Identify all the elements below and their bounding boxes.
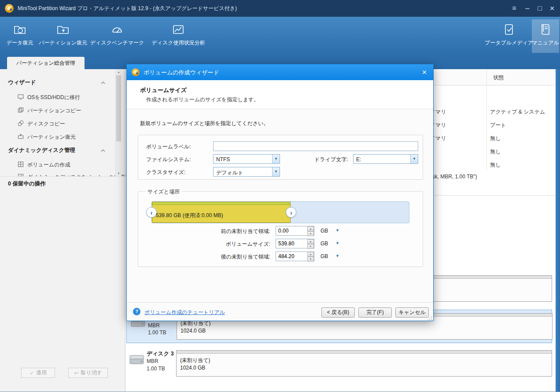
apply-button-label: 適用: [36, 369, 47, 377]
disk-row[interactable]: ディスク 3 MBR 1.00 TB (未割り当て) 1024.0 GB: [125, 346, 556, 383]
toolbar-item-data-recovery[interactable]: データ復元: [3, 19, 37, 53]
undo-button[interactable]: ↩ 取り消す: [68, 368, 108, 378]
unit-dropdown-icon[interactable]: ▼: [335, 241, 339, 245]
toolbar-item-partition-recovery[interactable]: パーティション復元: [37, 19, 89, 53]
menu-icon[interactable]: ≡: [507, 0, 521, 17]
check-icon: ✓: [29, 370, 34, 376]
apply-button[interactable]: ✓ 適用: [21, 368, 55, 378]
dialog-icon: [131, 68, 140, 77]
sidebar-item-partition-copy[interactable]: パーティションコピー: [0, 105, 114, 116]
column-header-status: 状態: [493, 74, 504, 81]
create-volume-icon: [18, 161, 24, 167]
cluster-size-value: デフォルト: [216, 169, 243, 177]
help-icon[interactable]: ?: [133, 308, 140, 315]
toolbar-item-disk-benchmark[interactable]: ディスクベンチマーク: [89, 19, 145, 53]
create-volume-wizard-dialog: ボリュームの作成ウィザード × ボリュームサイズ 作成されるボリュームのサイズを…: [126, 64, 434, 321]
partition-status: 無し: [490, 135, 501, 142]
unallocated-after-spinner: ▲ ▼: [276, 251, 314, 261]
slider-right-handle[interactable]: ›: [286, 207, 296, 218]
toolbar-item-label: マニュアル: [532, 39, 559, 47]
unit-dropdown-icon[interactable]: ▼: [335, 254, 339, 258]
volume-label-input[interactable]: [213, 141, 418, 151]
sidebar-nav: ウィザード OSをSSD/HDDに移行 パーティションコピー ディスクコピー パ…: [0, 69, 125, 177]
volume-size-label: ボリュームサイズ:: [138, 240, 270, 248]
partition-restore-icon: [18, 133, 24, 140]
unallocated-before-label: 前の未割り当て領域:: [138, 228, 270, 235]
cancel-button-label: キャンセル: [398, 309, 425, 316]
finish-button[interactable]: 完了(F): [358, 307, 392, 318]
scrollbar-thumb[interactable]: [116, 75, 121, 141]
spin-down-icon[interactable]: ▼: [307, 231, 314, 236]
dialog-heading: ボリュームサイズ: [140, 86, 187, 94]
disk-bar-label: (未割り当て): [180, 357, 210, 364]
spin-up-icon[interactable]: ▲: [307, 252, 314, 257]
unit-label: GB: [321, 240, 328, 247]
disk-bar-size: 1024.0 GB: [181, 328, 206, 334]
toolbar-item-manual[interactable]: マニュアル: [532, 19, 559, 53]
tutorial-link[interactable]: ボリューム作成のチュートリアル: [144, 309, 225, 316]
toolbar-item-disk-usage-analysis[interactable]: ディスク使用状況分析: [145, 19, 211, 53]
dialog-footer: ? ボリューム作成のチュートリアル < 戻る(B) 完了(F) キャンセル: [127, 302, 433, 322]
chevron-down-icon[interactable]: ▼: [272, 155, 280, 163]
sidebar-item-partition-restore[interactable]: パーティション復元: [0, 132, 114, 142]
disk-type: MBR: [147, 358, 158, 364]
section-title-dynamic-disk: ダイナミックディスク管理: [8, 147, 75, 154]
sidebar-item-label: ボリュームの作成: [27, 161, 70, 169]
dialog-subheading: 作成されるボリュームのサイズを指定します。: [146, 96, 259, 104]
disk-size: 1.00 TB: [147, 366, 165, 372]
spin-up-icon[interactable]: ▲: [307, 239, 314, 244]
disk-size: 1.00 TB: [148, 329, 166, 336]
disk-bar[interactable]: (未割り当て) 1024.0 GB: [176, 350, 552, 377]
toolbar-item-bootable-media[interactable]: ブータブルメディア: [486, 19, 532, 53]
cluster-size-label: クラスタサイズ:: [146, 169, 185, 176]
dialog-close-button[interactable]: ×: [416, 64, 433, 80]
toolbar-item-label: データ復元: [7, 39, 33, 47]
dialog-header-block: ボリュームサイズ 作成されるボリュームのサイズを指定します。: [127, 80, 433, 109]
partition-size-bar[interactable]: 539.80 GB (使用済:0.00 MB): [152, 202, 291, 223]
partition-recovery-icon: [56, 23, 70, 36]
cluster-size-combo[interactable]: デフォルト ▼: [213, 167, 280, 177]
chevron-up-icon[interactable]: [100, 149, 106, 152]
file-system-value: NTFS: [216, 156, 230, 163]
back-button[interactable]: < 戻る(B): [321, 307, 355, 318]
sidebar-item-migrate-os[interactable]: OSをSSD/HDDに移行: [0, 92, 114, 103]
used-space-strip: [152, 202, 290, 205]
tab-partition-management[interactable]: パーティション総合管理: [7, 57, 85, 69]
unit-label: GB: [321, 228, 328, 234]
drive-letter-combo[interactable]: E: ▼: [353, 154, 418, 164]
toolbar: データ復元 パーティション復元 ディスクベンチマーク ディスク使用状況分析: [0, 17, 560, 69]
sidebar-item-label: ディスクコピー: [27, 120, 65, 128]
toolbar-item-label: パーティション復元: [39, 39, 87, 47]
dialog-titlebar[interactable]: ボリュームの作成ウィザード ×: [127, 64, 433, 80]
chevron-up-icon[interactable]: [100, 81, 106, 85]
chevron-down-icon[interactable]: ▼: [272, 167, 280, 176]
sidebar-scrollbar[interactable]: ▴ ▾: [115, 69, 122, 177]
undo-button-label: 取り消す: [81, 369, 102, 377]
dialog-title: ボリュームの作成ウィザード: [144, 69, 219, 77]
scroll-up-icon[interactable]: ▴: [116, 70, 122, 75]
window-edge: [556, 69, 560, 392]
spin-down-icon[interactable]: ▼: [307, 257, 314, 262]
sidebar-item-disk-copy[interactable]: ディスクコピー: [0, 118, 114, 129]
tab-label: パーティション総合管理: [16, 59, 75, 67]
sidebar: ウィザード OSをSSD/HDDに移行 パーティションコピー ディスクコピー パ…: [0, 69, 125, 392]
unallocated-before-spinner: ▲ ▼: [276, 226, 314, 236]
slider-left-handle[interactable]: ‹: [146, 207, 157, 218]
cancel-button[interactable]: キャンセル: [395, 307, 429, 318]
sidebar-item-label: パーティション復元: [27, 133, 76, 141]
chevron-down-icon[interactable]: ▼: [410, 155, 418, 163]
file-system-combo[interactable]: NTFS ▼: [213, 154, 280, 164]
resize-grip[interactable]: [427, 315, 432, 321]
partition-status: アクティブ & システム: [490, 108, 545, 116]
toolbar-item-label: ブータブルメディア: [485, 39, 533, 47]
close-button[interactable]: ×: [545, 0, 559, 17]
volume-label-label: ボリュームラベル:: [146, 143, 191, 151]
back-button-label: < 戻る(B): [327, 309, 350, 316]
unit-dropdown-icon[interactable]: ▼: [335, 228, 339, 233]
sidebar-item-create-volume[interactable]: ボリュームの作成: [0, 159, 114, 170]
scroll-down-icon[interactable]: ▾: [116, 171, 122, 176]
spin-down-icon[interactable]: ▼: [307, 244, 314, 249]
disk-type: MBR: [148, 322, 160, 329]
window-titlebar: MiniTool Partition Wizard プロ・アルティメット版 12…: [0, 0, 560, 17]
spin-up-icon[interactable]: ▲: [307, 226, 314, 231]
